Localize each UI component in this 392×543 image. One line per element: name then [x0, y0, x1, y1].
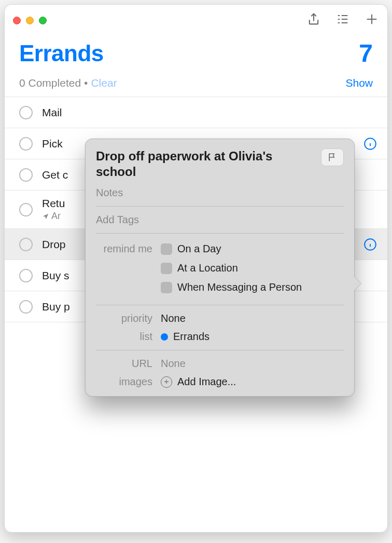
- location-arrow-icon: [42, 213, 49, 220]
- list-header: Errands 7: [5, 36, 387, 72]
- complete-checkbox[interactable]: [19, 137, 33, 151]
- url-label: URL: [96, 358, 161, 370]
- reminders-window: Errands 7 0 Completed • Clear Show Mail …: [4, 4, 388, 533]
- fullscreen-window-button[interactable]: [39, 17, 47, 24]
- close-window-button[interactable]: [13, 17, 21, 24]
- remind-at-location-option[interactable]: At a Location: [161, 262, 344, 274]
- flag-icon: [327, 152, 338, 162]
- list-subheader: 0 Completed • Clear Show: [5, 72, 387, 97]
- plus-circle-icon: ＋: [161, 376, 172, 388]
- remind-when-messaging-option[interactable]: When Messaging a Person: [161, 281, 344, 293]
- list-count: 7: [359, 39, 373, 67]
- flag-button[interactable]: [321, 148, 344, 166]
- list-label: list: [96, 331, 161, 343]
- list-icon: [335, 12, 350, 26]
- checkbox-icon[interactable]: [161, 263, 172, 274]
- list-color-dot-icon: [161, 333, 168, 341]
- remind-on-day-option[interactable]: On a Day: [161, 243, 344, 255]
- complete-checkbox[interactable]: [19, 269, 33, 282]
- complete-checkbox[interactable]: [19, 203, 33, 216]
- share-button[interactable]: [306, 12, 321, 29]
- add-image-button[interactable]: ＋ Add Image...: [161, 376, 344, 388]
- reminder-item[interactable]: Mail: [5, 97, 387, 128]
- show-completed-button[interactable]: Show: [345, 77, 373, 89]
- list-value[interactable]: Errands: [161, 331, 344, 343]
- complete-checkbox[interactable]: [19, 106, 33, 119]
- reminder-details-popover: Drop off paperwork at Olivia's school No…: [85, 139, 355, 397]
- toolbar-actions: [306, 12, 379, 29]
- remind-me-label: remind me: [96, 241, 161, 255]
- info-button[interactable]: [363, 137, 377, 151]
- clear-completed-button[interactable]: Clear: [91, 77, 117, 89]
- titlebar: [5, 5, 387, 36]
- window-controls: [13, 17, 47, 24]
- tags-field[interactable]: Add Tags: [96, 211, 344, 229]
- list-title: Errands: [19, 40, 104, 66]
- complete-checkbox[interactable]: [19, 300, 33, 314]
- complete-checkbox[interactable]: [19, 238, 33, 251]
- info-icon: [363, 137, 377, 151]
- completed-count: 0 Completed: [19, 77, 81, 89]
- reminder-title: Mail: [42, 106, 377, 119]
- popover-title[interactable]: Drop off paperwork at Olivia's school: [96, 148, 315, 180]
- images-label: images: [96, 376, 161, 388]
- share-icon: [306, 12, 321, 26]
- separator-dot: •: [84, 77, 88, 89]
- list-view-button[interactable]: [335, 12, 350, 29]
- minimize-window-button[interactable]: [26, 17, 34, 24]
- info-icon: [363, 238, 377, 251]
- checkbox-icon[interactable]: [161, 243, 172, 255]
- divider: [96, 305, 344, 305]
- info-button[interactable]: [363, 238, 377, 251]
- checkbox-icon[interactable]: [161, 282, 172, 293]
- priority-label: priority: [96, 313, 161, 324]
- complete-checkbox[interactable]: [19, 168, 33, 182]
- divider: [96, 350, 344, 350]
- plus-icon: [365, 12, 379, 26]
- notes-field[interactable]: Notes: [96, 184, 344, 202]
- add-reminder-button[interactable]: [365, 12, 379, 29]
- divider: [96, 206, 344, 207]
- priority-value[interactable]: None: [161, 313, 344, 324]
- divider: [96, 233, 344, 234]
- url-value[interactable]: None: [161, 358, 344, 370]
